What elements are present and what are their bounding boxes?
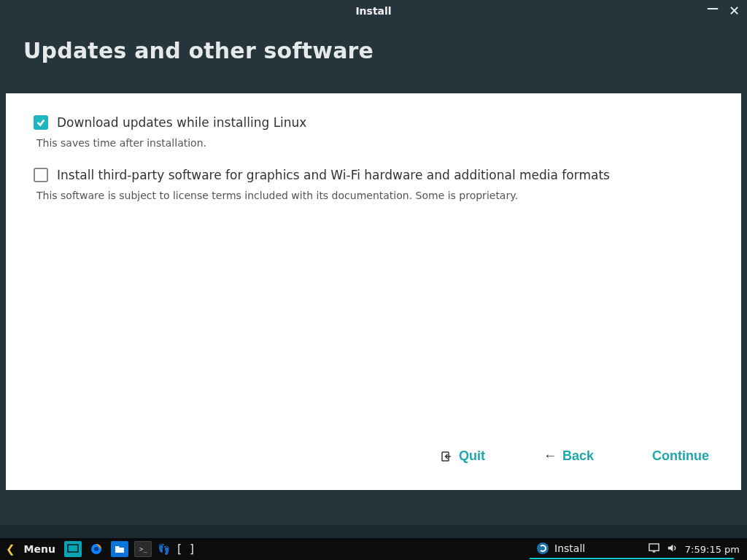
taskbar-center: Install <box>196 538 649 560</box>
third-party-desc: This software is subject to license term… <box>36 190 713 201</box>
exit-icon <box>440 450 453 463</box>
svg-text:>_: >_ <box>139 545 147 553</box>
minimize-button[interactable]: — <box>707 2 719 14</box>
quit-label: Quit <box>459 448 485 464</box>
quit-button[interactable]: Quit <box>440 448 485 464</box>
check-icon <box>36 117 46 128</box>
back-button[interactable]: ← Back <box>543 448 594 464</box>
third-party-checkbox[interactable] <box>34 168 48 182</box>
option-download-updates: Download updates while installing Linux … <box>34 115 713 149</box>
workspace-indicator[interactable]: [ ] <box>176 542 196 556</box>
taskbar-item-install[interactable]: Install <box>530 539 734 559</box>
taskbar-item-label: Install <box>554 542 585 554</box>
window-controls: — ✕ <box>707 0 740 22</box>
svg-point-3 <box>94 547 98 551</box>
installer-window: Install — ✕ Updates and other software D… <box>0 0 747 525</box>
terminal-icon[interactable]: >_ <box>134 541 152 557</box>
continue-button[interactable]: Continue <box>652 448 709 464</box>
option-third-party: Install third-party software for graphic… <box>34 168 713 201</box>
continue-label: Continue <box>652 448 709 464</box>
launcher-footprint-icon[interactable]: 👣 <box>158 543 170 555</box>
nav-footer: Quit ← Back Continue <box>34 441 713 475</box>
download-updates-desc: This saves time after installation. <box>36 137 713 149</box>
download-updates-checkbox[interactable] <box>34 115 48 130</box>
back-label: Back <box>562 448 594 464</box>
installer-task-icon <box>537 542 549 554</box>
menu-label: Menu <box>24 543 55 555</box>
firefox-icon[interactable] <box>88 541 105 557</box>
menu-button[interactable]: Menu <box>21 543 58 555</box>
titlebar[interactable]: Install — ✕ <box>0 0 747 22</box>
page-title: Updates and other software <box>23 38 724 63</box>
distro-logo-icon[interactable]: ❮ <box>6 542 15 556</box>
download-updates-label: Download updates while installing Linux <box>57 115 306 130</box>
content-panel: Download updates while installing Linux … <box>6 93 741 490</box>
close-button[interactable]: ✕ <box>729 4 740 18</box>
show-desktop-icon[interactable] <box>64 541 82 557</box>
arrow-left-icon: ← <box>543 448 557 464</box>
svg-rect-1 <box>68 545 78 552</box>
third-party-label: Install third-party software for graphic… <box>57 168 610 182</box>
page-header: Updates and other software <box>0 22 747 84</box>
taskbar: ❮ Menu >_ 👣 [ ] Install <box>0 538 747 560</box>
window-title: Install <box>355 5 391 17</box>
taskbar-left: ❮ Menu >_ 👣 [ ] <box>0 541 196 557</box>
file-manager-icon[interactable] <box>111 541 128 557</box>
